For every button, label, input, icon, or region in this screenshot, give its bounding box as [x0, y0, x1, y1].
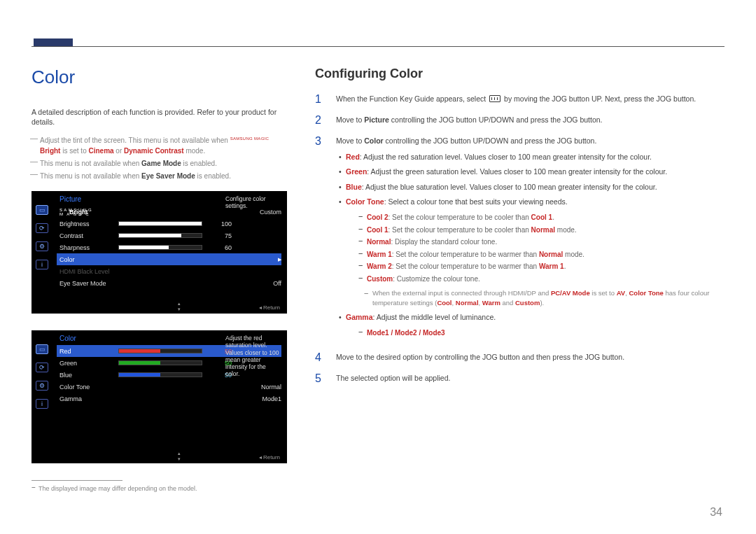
pcav-note: When the external input is connected thr…: [365, 288, 724, 308]
step-4: 4 Move to the desired option by controll…: [315, 352, 724, 363]
opt-warm2: Warm 2: Set the colour temperature to be…: [367, 262, 724, 272]
step-2: 2 Move to Picture controlling the JOG bu…: [315, 115, 724, 126]
restriction-notes: Adjust the tint of the screen. This menu…: [31, 135, 287, 181]
osd1-hint: Configure color settings.: [225, 195, 281, 209]
slider-contrast[interactable]: [118, 233, 202, 238]
step-1: 1 When the Function Key Guide appears, s…: [315, 94, 724, 105]
row-brightness[interactable]: Brightness 100: [59, 218, 281, 230]
row-color[interactable]: Color ▶: [57, 253, 281, 265]
menu-key-icon: [489, 95, 500, 102]
row-hdmi-black: HDMI Black Level: [59, 265, 281, 277]
tab-info-icon[interactable]: i: [36, 399, 48, 409]
bullet-color-tone: Color Tone: Select a colour tone that be…: [346, 197, 724, 308]
gamma-modes: Mode1 / Mode2 / Mode3: [367, 328, 724, 339]
page-title: Color: [31, 66, 287, 88]
row-contrast[interactable]: Contrast 75: [59, 230, 281, 241]
footnote-rule: [31, 480, 122, 481]
header-rule: [31, 46, 724, 47]
page-number: 34: [710, 506, 722, 519]
row-sharpness[interactable]: Sharpness 60: [59, 241, 281, 253]
osd-picture: ▭ ⟳ ⚙ i Picture Configure color settings…: [31, 191, 287, 314]
step-number: 5: [315, 373, 323, 384]
footnote-text: The displayed image may differ depending…: [31, 485, 287, 492]
step-5: 5 The selected option will be applied.: [315, 373, 724, 384]
slider-brightness[interactable]: [118, 221, 202, 226]
tab-onscreen-icon[interactable]: ⟳: [36, 363, 48, 372]
bullet-blue: Blue: Adjust the blue saturation level. …: [346, 182, 724, 192]
osd-jog-hints: ▴▾: [178, 301, 181, 311]
right-column: Configuring Color 1 When the Function Ke…: [315, 66, 724, 492]
slider-green[interactable]: [118, 360, 202, 365]
chevron-right-icon: ▶: [278, 257, 281, 262]
osd-color: ▭ ⟳ ⚙ i Color Adjust the red saturation …: [31, 330, 287, 463]
opt-cool1: Cool 1: Set the colour temperature to be…: [367, 225, 724, 236]
bullet-green: Green: Adjust the green saturation level…: [346, 167, 724, 177]
tab-system-icon[interactable]: ⚙: [36, 241, 48, 251]
tab-info-icon[interactable]: i: [36, 260, 48, 269]
opt-custom: Custom: Customize the colour tone.: [367, 274, 724, 285]
opt-warm1: Warm 1: Set the colour temperature to be…: [367, 250, 724, 260]
bullet-red: Red: Adjust the red saturation level. Va…: [346, 152, 724, 162]
step-3: 3 Move to Color controlling the JOG butt…: [315, 136, 724, 342]
slider-sharpness[interactable]: [118, 245, 202, 250]
osd-tab-icons: ▭ ⟳ ⚙ i: [31, 191, 52, 314]
opt-cool2: Cool 2: Set the colour temperature to be…: [367, 213, 724, 223]
left-column: Color A detailed description of each fun…: [31, 66, 287, 492]
tab-picture-icon[interactable]: ▭: [36, 344, 48, 354]
osd2-return[interactable]: Return: [259, 454, 280, 461]
osd-jog-hints: ▴▾: [178, 451, 181, 461]
step-number: 3: [315, 136, 323, 342]
osd1-return[interactable]: Return: [259, 304, 280, 311]
tab-onscreen-icon[interactable]: ⟳: [36, 223, 48, 233]
tab-picture-icon[interactable]: ▭: [36, 205, 48, 215]
opt-normal: Normal: Display the standard colour tone…: [367, 237, 724, 248]
slider-blue[interactable]: [118, 372, 202, 377]
osd-tab-icons: ▭ ⟳ ⚙ i: [31, 330, 52, 463]
section-heading: Configuring Color: [315, 66, 724, 81]
note-game-mode: This menu is not available when Game Mod…: [31, 158, 287, 169]
note-eye-saver: This menu is not available when Eye Save…: [31, 171, 287, 181]
intro-text: A detailed description of each function …: [31, 108, 287, 127]
note-tint: Adjust the tint of the screen. This menu…: [31, 135, 287, 156]
row-color-tone[interactable]: Color Tone Normal: [59, 381, 281, 393]
header-accent-block: [34, 38, 73, 46]
slider-red[interactable]: [118, 349, 202, 353]
step-number: 1: [315, 94, 323, 105]
row-gamma[interactable]: Gamma Mode1: [59, 393, 281, 405]
bullet-gamma: Gamma: Adjust the middle level of lumina…: [346, 312, 724, 339]
step-number: 2: [315, 115, 323, 126]
tab-system-icon[interactable]: ⚙: [36, 381, 48, 391]
step-number: 4: [315, 352, 323, 363]
row-eye-saver[interactable]: Eye Saver Mode Off: [59, 277, 281, 289]
osd2-hint: Adjust the red saturation level. Values …: [225, 335, 281, 377]
